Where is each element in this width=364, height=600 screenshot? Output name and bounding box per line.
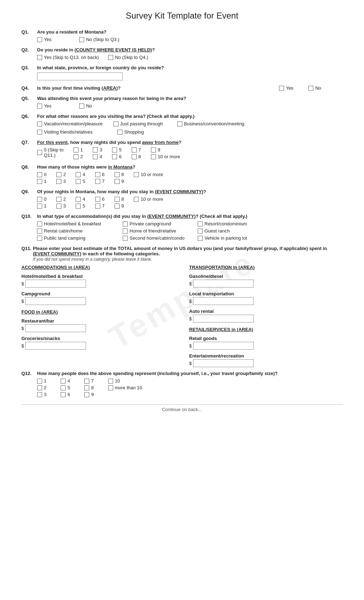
q11-hotel-input[interactable]	[25, 280, 86, 288]
q7-checkbox-3[interactable]	[93, 148, 98, 152]
q10-option-rental[interactable]: Rental cabin/home	[37, 228, 116, 234]
q10-option-second[interactable]: Second home/cabin/condo	[123, 235, 194, 241]
q7-checkbox-0[interactable]	[37, 150, 42, 155]
q4-option-no[interactable]: No	[308, 85, 321, 91]
q8-checkbox-1[interactable]	[37, 179, 42, 184]
q10-option-resort[interactable]: Resort/condominium	[198, 221, 247, 226]
q7-checkbox-6[interactable]	[112, 154, 117, 159]
q9-option-6[interactable]: 6	[95, 196, 105, 202]
q8-checkbox-8[interactable]	[115, 172, 120, 177]
q9-checkbox-10plus[interactable]	[134, 197, 139, 202]
q8-checkbox-0[interactable]	[37, 172, 42, 177]
q8-checkbox-5[interactable]	[76, 179, 81, 184]
q12-checkbox-7[interactable]	[84, 379, 89, 384]
q1-checkbox-no[interactable]	[79, 37, 84, 42]
q9-checkbox-2[interactable]	[56, 197, 61, 202]
q8-checkbox-2[interactable]	[56, 172, 61, 177]
q9-checkbox-3[interactable]	[56, 204, 61, 209]
q9-option-0[interactable]: 0	[37, 196, 46, 202]
q7-option-3[interactable]: 3	[93, 147, 102, 152]
q10-checkbox-public[interactable]	[37, 236, 42, 241]
q12-checkbox-8[interactable]	[84, 385, 89, 390]
q6-checkbox-friends[interactable]	[37, 130, 42, 135]
q9-option-5[interactable]: 5	[76, 203, 85, 209]
q8-option-5[interactable]: 5	[76, 179, 85, 184]
q12-checkbox-2[interactable]	[37, 385, 42, 390]
q10-option-hotel[interactable]: Hotel/motel/bed & breakfast	[37, 221, 116, 226]
q11-entertainment-input[interactable]	[193, 359, 254, 367]
q11-groceries-input[interactable]	[25, 342, 86, 350]
q5-checkbox-yes[interactable]	[37, 104, 42, 109]
q8-checkbox-3[interactable]	[56, 179, 61, 184]
q2-checkbox-no[interactable]	[108, 55, 113, 60]
q10-option-vehicle[interactable]: Vehicle in parking lot	[198, 235, 247, 241]
q4-checkbox-yes[interactable]	[279, 86, 284, 91]
q8-checkbox-6[interactable]	[95, 172, 100, 177]
q12-option-3[interactable]: 3	[37, 392, 46, 397]
q8-checkbox-10plus[interactable]	[134, 172, 139, 177]
q8-option-0[interactable]: 0	[37, 172, 46, 177]
q2-option-no[interactable]: No (Skip to Q4.)	[108, 55, 148, 60]
q8-option-3[interactable]: 3	[56, 179, 66, 184]
q8-option-10plus[interactable]: 10 or more	[134, 172, 163, 177]
q12-checkbox-3[interactable]	[37, 392, 42, 397]
q7-checkbox-2[interactable]	[74, 154, 79, 159]
q10-checkbox-rental[interactable]	[37, 229, 42, 234]
q8-option-9[interactable]: 9	[115, 179, 124, 184]
q12-option-1[interactable]: 1	[37, 378, 46, 384]
q12-option-5[interactable]: 5	[61, 385, 70, 390]
q9-option-3[interactable]: 3	[56, 203, 66, 209]
q2-checkbox-yes[interactable]	[37, 55, 42, 60]
q7-option-0[interactable]: 0 (Skip toQ11.)	[37, 147, 64, 158]
q11-campground-input[interactable]	[25, 297, 86, 305]
q9-option-8[interactable]: 8	[115, 196, 124, 202]
q7-option-7[interactable]: 7	[132, 147, 141, 152]
q9-checkbox-4[interactable]	[76, 197, 81, 202]
q6-checkbox-business[interactable]	[177, 121, 182, 126]
q6-option-passing[interactable]: Just passing through	[113, 121, 163, 126]
q12-option-6[interactable]: 6	[61, 392, 70, 397]
q9-option-9[interactable]: 9	[115, 203, 124, 209]
q8-option-8[interactable]: 8	[115, 172, 124, 177]
q7-option-9[interactable]: 9	[151, 147, 180, 152]
q6-option-vacation[interactable]: Vacation/recreation/pleasure	[37, 121, 103, 126]
q4-checkbox-no[interactable]	[308, 86, 313, 91]
q12-checkbox-5[interactable]	[61, 385, 66, 390]
q11-retail-input[interactable]	[193, 342, 254, 350]
q10-checkbox-friend[interactable]	[123, 229, 128, 234]
q12-option-8[interactable]: 8	[84, 385, 93, 390]
q12-option-9[interactable]: 9	[84, 392, 93, 397]
q8-option-2[interactable]: 2	[56, 172, 66, 177]
q9-checkbox-5[interactable]	[76, 204, 81, 209]
q2-option-yes[interactable]: Yes (Skip to Q13. on back)	[37, 55, 99, 60]
q7-option-5[interactable]: 5	[112, 147, 121, 152]
q8-checkbox-7[interactable]	[95, 179, 100, 184]
q11-localtrans-input[interactable]	[193, 297, 254, 305]
q7-checkbox-4[interactable]	[93, 154, 98, 159]
q10-checkbox-private-camp[interactable]	[123, 221, 128, 226]
q12-checkbox-6[interactable]	[61, 392, 66, 397]
q4-option-yes[interactable]: Yes	[279, 85, 293, 91]
q9-option-1[interactable]: 1	[37, 203, 46, 209]
q7-checkbox-8[interactable]	[132, 154, 137, 159]
q1-checkbox-yes[interactable]	[37, 37, 42, 42]
q12-option-2[interactable]: 2	[37, 385, 46, 390]
q10-checkbox-second[interactable]	[123, 236, 128, 241]
q8-checkbox-4[interactable]	[76, 172, 81, 177]
q9-checkbox-7[interactable]	[95, 204, 100, 209]
q10-checkbox-resort[interactable]	[198, 221, 203, 226]
q11-restaurant-input[interactable]	[25, 324, 86, 332]
q12-option-4[interactable]: 4	[61, 378, 70, 384]
q10-option-public[interactable]: Public land camping	[37, 235, 116, 241]
q10-option-private-camp[interactable]: Private campground	[123, 221, 194, 226]
q5-option-no[interactable]: No	[79, 103, 92, 109]
q12-option-10[interactable]: 10	[108, 378, 142, 384]
q12-checkbox-4[interactable]	[61, 379, 66, 384]
q3-input[interactable]	[37, 72, 123, 80]
q9-option-10plus[interactable]: 10 or more	[134, 196, 163, 202]
q5-checkbox-no[interactable]	[79, 104, 84, 109]
q7-option-1[interactable]: 1	[74, 147, 83, 152]
q6-option-business[interactable]: Business/convention/meeting	[177, 121, 244, 126]
q8-option-6[interactable]: 6	[95, 172, 105, 177]
q12-checkbox-9[interactable]	[84, 392, 89, 397]
